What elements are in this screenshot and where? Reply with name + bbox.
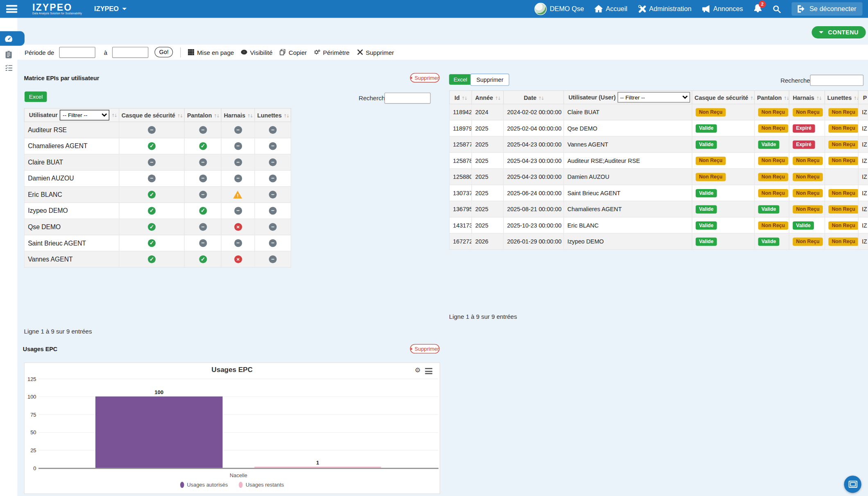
visibility-action[interactable]: Visibilité [241,49,273,55]
column-header-utilisateur-user[interactable]: Utilisateur (User)-- Filtrer -- [564,90,692,104]
records-user-filter-select[interactable]: -- Filtrer -- [617,92,690,103]
copy-action[interactable]: Copier [280,49,307,55]
eye-icon [241,49,247,55]
sidebar-item-dashboard[interactable] [0,31,25,45]
year-cell: 2025 [472,153,504,169]
trash-icon [411,346,412,351]
column-header-id[interactable]: Id [449,90,472,104]
epc-delete-button[interactable]: Supprimer [410,344,439,354]
column-header-casque[interactable]: Casque de sécurité [692,90,755,104]
matrix-search-input[interactable] [384,92,431,104]
check-circle-icon: ✓ [199,255,207,263]
matrix-delete-button[interactable]: Supprimer [410,73,439,82]
column-header-lunettes[interactable]: Lunettes [825,90,858,104]
status-badge: Valide [696,221,717,229]
matrix-excel-button[interactable]: Excel [25,91,47,102]
trash-icon [411,75,412,80]
status-cell: − [255,203,291,219]
dashboard-gauge-icon [5,34,13,43]
notifications-button[interactable]: 2 [754,4,762,14]
user-cell: Chamalieres AGENT [564,201,692,217]
table-row: Saint Brieuc AGENT✓−−− [24,235,291,251]
bar-usages-autorises[interactable] [95,397,223,468]
tools-icon [638,5,646,13]
bar-usages-restants[interactable] [254,467,381,468]
sidebar-item-reports[interactable] [0,49,17,61]
records-delete-button[interactable]: Supprimer [470,74,510,86]
column-header-annee[interactable]: Année [472,90,504,104]
period-end-input[interactable] [112,47,149,58]
status-cell: − [119,122,185,138]
sort-icon [783,96,789,101]
chart-settings-gear-icon[interactable] [415,366,421,374]
logo-text: IZYPEO [32,2,82,12]
status-badge: Valide [758,205,780,213]
chart-menu-icon[interactable] [425,368,432,374]
records-search-input[interactable] [810,75,863,86]
column-header-harnais[interactable]: Harnais [789,90,825,104]
screen-widget-fab[interactable] [844,476,861,493]
status-cell: − [255,138,291,154]
minus-circle-icon: − [199,191,207,198]
column-header-pantalon[interactable]: Pantalon [755,90,789,104]
izypeo-logo[interactable]: IZYPEO Data Analysis Solution for Sustai… [32,2,82,15]
column-header-utilisateur[interactable]: Utilisateur-- Filtrer -- [24,108,119,122]
year-cell: 2025 [472,201,504,217]
id-cell: 125878 [449,153,472,169]
nav-item-accueil[interactable]: Accueil [594,5,627,13]
minus-circle-icon: − [234,158,242,166]
status-badge: Expiré [793,140,815,149]
column-header-clipped[interactable]: P [858,90,868,104]
badge-cell: Valide [755,233,789,250]
legend-item[interactable]: Usages restants [239,482,284,488]
column-header-harnais[interactable]: Harnais [222,108,255,122]
app-switcher-menu[interactable]: IZYPEO [94,5,127,13]
status-badge: Non Reçu [793,205,823,213]
legend-label: Usages restants [246,482,284,488]
search-icon[interactable] [773,5,781,13]
table-row: Qse DEMO✓−×− [24,219,291,235]
column-header-date[interactable]: Date [504,90,564,104]
sort-icon [247,113,252,118]
status-badge: Non Reçu [828,205,858,213]
user-name-cell: Auditeur RSE [24,122,119,138]
minus-circle-icon: − [234,239,242,247]
contenu-button[interactable]: CONTENU [812,26,866,38]
status-cell: ✓ [119,203,185,219]
sidebar-item-checklist[interactable] [0,61,17,74]
minus-circle-icon: − [148,175,156,183]
delete-action[interactable]: Supprimer [357,49,394,55]
logout-icon [798,5,805,13]
minus-circle-icon: − [234,142,242,150]
minus-circle-icon: − [269,191,277,198]
hamburger-menu-icon[interactable] [6,5,17,13]
badge-cell: Non Reçu [789,169,825,185]
clipped-cell: IZ [858,169,868,185]
column-header-casque[interactable]: Casque de sécurité [119,108,185,122]
status-badge: Non Reçu [828,108,858,116]
y-tick-label: 100 [25,394,36,400]
status-cell: − [222,138,255,154]
period-start-input[interactable] [59,47,96,58]
status-badge: Non Reçu [758,221,789,229]
perimeter-action[interactable]: Périmètre [314,49,350,55]
nav-item-administration[interactable]: Administration [638,5,692,13]
sort-icon [283,113,289,118]
go-button[interactable]: Go! [155,47,173,57]
badge-cell: Expiré [789,136,825,153]
legend-item[interactable]: Usages autorisés [180,482,228,488]
column-header-lunettes[interactable]: Lunettes [255,108,291,122]
sort-icon [538,96,543,101]
records-excel-button[interactable]: Excel [449,74,472,85]
nav-item-annonces[interactable]: Annonces [702,5,743,13]
logout-button[interactable]: Se déconnecter [791,2,862,16]
column-header-pantalon[interactable]: Pantalon [185,108,222,122]
user-name-cell: Qse DEMO [24,219,119,235]
clipboard-icon [5,51,12,59]
layout-action[interactable]: Mise en page [188,49,234,55]
user-menu[interactable]: DEMO Qse [534,3,584,15]
user-filter-select[interactable]: -- Filtrer -- [60,110,109,120]
status-badge: Non Reçu [828,221,858,229]
date-cell: 2025-06-24 00:00:00 [504,185,564,201]
matrix-tbody: Auditeur RSE−−−−Chamalieres AGENT✓✓−−Cla… [24,122,291,268]
